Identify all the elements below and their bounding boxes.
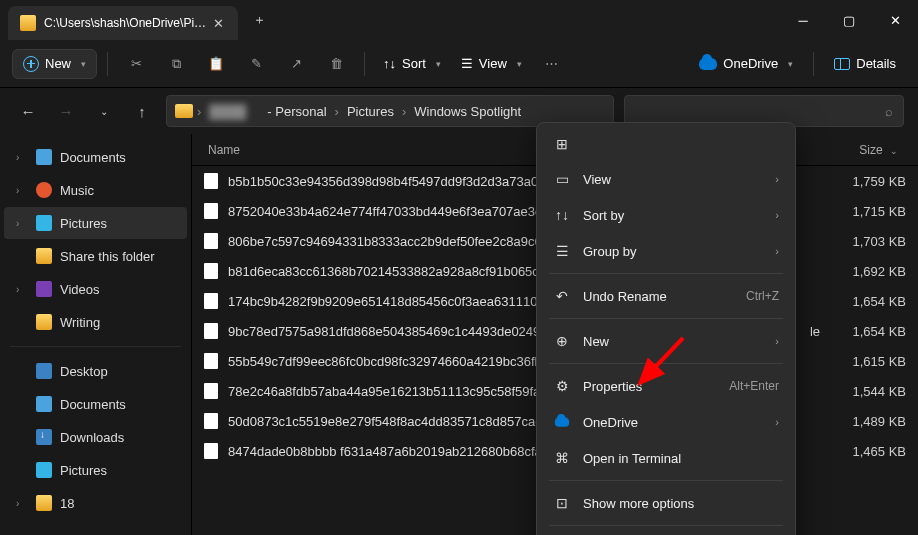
sidebar-item-documents[interactable]: ›Documents [4,141,187,173]
breadcrumb-seg[interactable]: - Personal [267,104,326,119]
file-icon [204,173,218,189]
grid-icon[interactable]: ⊞ [553,135,571,153]
details-icon [834,58,850,70]
cloud-icon [553,413,571,431]
breadcrumb-seg[interactable]: Windows Spotlight [414,104,521,119]
up-button[interactable]: ↑ [128,103,156,120]
file-icon [204,203,218,219]
ctx-new[interactable]: ⊕New› [543,323,789,359]
file-icon [204,323,218,339]
toolbar: New ▾ ✂ ⧉ 📋 ✎ ↗ 🗑 ↑↓ Sort ▾ ☰ View ▾ ⋯ O… [0,40,918,88]
search-icon: ⌕ [885,104,893,119]
onedrive-button[interactable]: OneDrive ▾ [689,50,803,77]
file-icon [204,293,218,309]
more-icon: ⊡ [553,494,571,512]
file-size: 1,759 KB [826,174,906,189]
file-icon [204,263,218,279]
plus-icon [23,56,39,72]
tab-title: C:\Users\shash\OneDrive\Pictu [44,16,210,30]
new-label: New [45,56,71,71]
close-window-button[interactable]: ✕ [872,0,918,40]
paste-button[interactable]: 📋 [198,48,234,80]
forward-button[interactable]: → [52,103,80,120]
file-icon [204,443,218,459]
ctx-view[interactable]: ▭View› [543,161,789,197]
file-size: 1,489 KB [826,414,906,429]
file-icon [204,383,218,399]
file-size: 1,654 KB [826,324,906,339]
context-menu: ⊞ ▭View› ↑↓Sort by› ☰Group by› ↶Undo Ren… [536,122,796,535]
tab-current[interactable]: C:\Users\shash\OneDrive\Pictu ✕ [8,6,238,40]
folder-icon [175,104,193,118]
ctx-terminal[interactable]: ⌘Open in Terminal [543,440,789,476]
ctx-sortby[interactable]: ↑↓Sort by› [543,197,789,233]
chevron-down-icon: ▾ [436,59,441,69]
file-size: 1,654 KB [826,294,906,309]
undo-icon: ↶ [553,287,571,305]
cut-button[interactable]: ✂ [118,48,154,80]
ctx-undo[interactable]: ↶Undo RenameCtrl+Z [543,278,789,314]
sidebar-item-documents2[interactable]: Documents [4,388,187,420]
copy-button[interactable]: ⧉ [158,48,194,80]
recent-button[interactable]: ⌄ [90,106,118,117]
ctx-groupby[interactable]: ☰Group by› [543,233,789,269]
terminal-icon: ⌘ [553,449,571,467]
file-size: 1,692 KB [826,264,906,279]
chevron-down-icon: ▾ [517,59,522,69]
gear-icon: ⚙ [553,377,571,395]
file-size: 1,544 KB [826,384,906,399]
sidebar-item-share[interactable]: Share this folder [4,240,187,272]
group-icon: ☰ [553,242,571,260]
file-size: 1,703 KB [826,234,906,249]
new-button[interactable]: New ▾ [12,49,97,79]
sidebar-item-writing[interactable]: Writing [4,306,187,338]
file-size: 1,615 KB [826,354,906,369]
sort-icon: ↑↓ [383,56,396,71]
sidebar-item-pictures[interactable]: ›Pictures [4,207,187,239]
titlebar: C:\Users\shash\OneDrive\Pictu ✕ ＋ ─ ▢ ✕ [0,0,918,40]
minimize-button[interactable]: ─ [780,0,826,40]
view-icon: ▭ [553,170,571,188]
sidebar-item-music[interactable]: ›Music [4,174,187,206]
delete-button[interactable]: 🗑 [318,48,354,80]
view-icon: ☰ [461,56,473,71]
details-button[interactable]: Details [824,50,906,77]
sidebar-item-downloads[interactable]: Downloads [4,421,187,453]
more-button[interactable]: ⋯ [534,48,570,80]
share-button[interactable]: ↗ [278,48,314,80]
sidebar-item-desktop[interactable]: Desktop [4,355,187,387]
file-size: 1,465 KB [826,444,906,459]
plus-icon: ⊕ [553,332,571,350]
sidebar-item-18[interactable]: ›18 [4,487,187,519]
sidebar: ›Documents ›Music ›Pictures Share this f… [0,134,192,535]
file-icon [204,233,218,249]
close-icon[interactable]: ✕ [210,16,226,31]
add-tab-button[interactable]: ＋ [242,3,276,37]
breadcrumb-seg[interactable]: Pictures [347,104,394,119]
ctx-onedrive[interactable]: OneDrive› [543,404,789,440]
sort-icon: ↑↓ [553,206,571,224]
view-button[interactable]: ☰ View ▾ [453,50,530,77]
window-controls: ─ ▢ ✕ [780,0,918,40]
ctx-properties[interactable]: ⚙PropertiesAlt+Enter [543,368,789,404]
ctx-more[interactable]: ⊡Show more options [543,485,789,521]
file-size: 1,715 KB [826,204,906,219]
chevron-down-icon: ▾ [788,59,793,69]
col-size[interactable]: Size ⌄ [826,143,906,157]
ctx-copy[interactable]: ⧉ [543,530,789,535]
chevron-down-icon: ▾ [81,59,86,69]
sort-button[interactable]: ↑↓ Sort ▾ [375,50,449,77]
ctx-icon-row: ⊞ [543,129,789,161]
cloud-icon [699,58,717,70]
back-button[interactable]: ← [14,103,42,120]
rename-button[interactable]: ✎ [238,48,274,80]
sidebar-item-pictures2[interactable]: Pictures [4,454,187,486]
sidebar-item-videos[interactable]: ›Videos [4,273,187,305]
maximize-button[interactable]: ▢ [826,0,872,40]
file-icon [204,413,218,429]
folder-icon [20,15,36,31]
file-icon [204,353,218,369]
